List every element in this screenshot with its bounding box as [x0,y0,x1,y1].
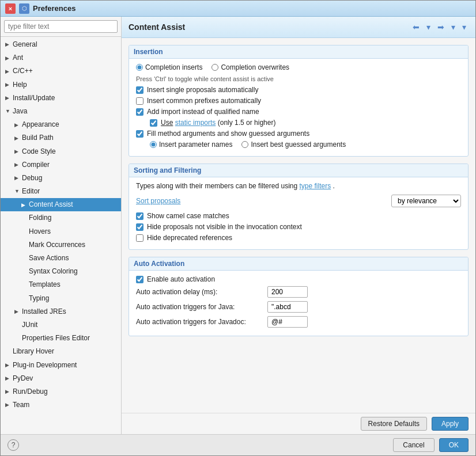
sidebar-item-general[interactable]: ▶ General [1,38,121,51]
add-import-label: Add import instead of qualified name [147,108,259,116]
nav-dropdown-button[interactable]: ▾ [424,21,433,33]
sidebar-item-typing[interactable]: Typing [1,292,121,305]
sidebar-item-install[interactable]: ▶ Install/Update [1,92,121,105]
sidebar-item-content-assist[interactable]: ▶ Content Assist [1,198,121,211]
label-team: Team [13,400,29,411]
insert-best-option[interactable]: Insert best guessed arguments [241,140,346,149]
insert-param-label: Insert parameter names [159,140,232,149]
label-properties-files: Properties Files Editor [22,333,90,344]
insert-common-label: Insert common prefixes automatically [147,97,261,105]
sidebar-item-templates[interactable]: Templates [1,278,121,291]
sidebar-item-hovers[interactable]: Hovers [1,225,121,238]
sidebar-item-buildpath[interactable]: ▶ Build Path [1,131,121,145]
label-folding: Folding [29,212,51,223]
sort-proposals-select[interactable]: by relevance alphabetically [391,195,461,207]
sidebar-item-library-hover[interactable]: Library Hover [1,345,121,358]
sidebar-item-properties-files[interactable]: Properties Files Editor [1,332,121,345]
fill-method-checkbox[interactable] [136,130,143,138]
use-static-label: Use static imports (only 1.5 or higher) [161,119,275,127]
completion-inserts-option[interactable]: Completion inserts [136,63,202,71]
sidebar-item-codestyle[interactable]: ▶ Code Style [1,145,121,158]
sort-proposals-row: Sort proposals by relevance alphabetical… [136,195,461,207]
cancel-button[interactable]: Cancel [393,438,434,452]
type-filters-link[interactable]: type filters [300,182,331,190]
arrow-buildpath: ▶ [14,134,20,142]
sidebar-item-save-actions[interactable]: Save Actions [1,252,121,265]
nav-back-button[interactable]: ⬅ [410,21,422,33]
label-hovers: Hovers [29,226,51,237]
sort-proposals-label[interactable]: Sort proposals [136,197,180,205]
insert-param-option[interactable]: Insert parameter names [150,140,232,149]
completion-inserts-radio[interactable] [136,64,143,71]
sidebar-item-folding[interactable]: Folding [1,211,121,225]
sorting-desc-end: . [333,182,335,190]
panel-header: Content Assist ⬅ ▾ ➡ ▾ ▾ [122,17,475,38]
label-installed-jres: Installed JREs [22,306,66,317]
close-button[interactable]: × [5,3,16,14]
delay-row: Auto activation delay (ms): [136,286,461,298]
sidebar-item-mark-occurrences[interactable]: Mark Occurrences [1,238,121,252]
insert-best-radio[interactable] [241,141,248,148]
completion-hint: Press 'Ctrl' to toggle while content ass… [136,74,461,86]
label-java: Java [13,106,27,117]
label-buildpath: Build Path [22,132,54,143]
preferences-window: × ⬡ Preferences ▶ General ▶ Ant [0,0,476,456]
sorting-body: Types along with their members can be fi… [129,177,468,249]
completion-radio-group: Completion inserts Completion overwrites [136,63,461,71]
completion-overwrites-radio[interactable] [211,64,218,71]
hide-deprecated-label: Hide deprecated references [147,234,232,242]
arrow-team: ▶ [5,401,11,409]
sidebar-item-compiler[interactable]: ▶ Compiler [1,158,121,172]
label-save-actions: Save Actions [29,253,69,264]
nav-menu-button[interactable]: ▾ [460,21,469,33]
apply-button[interactable]: Apply [432,417,469,431]
sidebar-item-junit[interactable]: JUnit [1,318,121,332]
sidebar-item-editor[interactable]: ▼ Editor [1,185,121,198]
label-syntax-coloring: Syntax Coloring [29,266,78,277]
completion-overwrites-option[interactable]: Completion overwrites [211,63,289,71]
sidebar-item-pydev[interactable]: ▶ PyDev [1,372,121,385]
label-run-debug: Run/Debug [13,386,48,397]
sidebar-item-help[interactable]: ▶ Help [1,78,121,92]
show-camel-checkbox[interactable] [136,212,143,220]
triggers-java-input[interactable] [267,301,308,313]
sidebar-item-plugin-dev[interactable]: ▶ Plug-in Development [1,359,121,372]
completion-overwrites-label: Completion overwrites [221,63,289,71]
nav-forward-button[interactable]: ➡ [435,21,447,33]
insert-param-radio[interactable] [150,141,157,148]
param-radio-group: Insert parameter names Insert best guess… [136,140,461,149]
sidebar-item-appearance[interactable]: ▶ Appearance [1,118,121,131]
enable-auto-row: Enable auto activation [136,275,461,283]
sidebar-item-ant[interactable]: ▶ Ant [1,51,121,64]
help-button[interactable]: ? [7,439,19,451]
sidebar-item-team[interactable]: ▶ Team [1,398,121,412]
insert-common-checkbox[interactable] [136,97,143,105]
ok-button[interactable]: OK [439,438,469,452]
hide-deprecated-checkbox[interactable] [136,234,143,242]
hide-proposals-checkbox[interactable] [136,223,143,231]
triggers-javadoc-input[interactable] [267,316,308,328]
sorting-description: Types along with their members can be fi… [136,182,461,190]
insertion-section: Insertion Completion inserts Completion … [129,45,469,157]
label-general: General [13,39,37,50]
use-static-row: Use static imports (only 1.5 or higher) [136,119,461,127]
restore-defaults-button[interactable]: Restore Defaults [361,417,427,431]
sidebar-item-java[interactable]: ▼ Java [1,105,121,118]
sidebar-item-debug[interactable]: ▶ Debug [1,172,121,185]
triggers-javadoc-row: Auto activation triggers for Javadoc: [136,316,461,328]
filter-input[interactable] [4,20,118,33]
label-help: Help [13,79,27,90]
sidebar-item-run-debug[interactable]: ▶ Run/Debug [1,385,121,398]
insert-single-checkbox[interactable] [136,86,143,94]
delay-input[interactable] [267,286,308,298]
add-import-checkbox[interactable] [136,108,143,116]
enable-auto-checkbox[interactable] [136,276,143,283]
nav-forward-dropdown-button[interactable]: ▾ [449,21,458,33]
sidebar-item-cpp[interactable]: ▶ C/C++ [1,64,121,78]
use-static-checkbox[interactable] [150,119,157,127]
sidebar-item-syntax-coloring[interactable]: Syntax Coloring [1,265,121,278]
insertion-title: Insertion [129,45,468,59]
arrow-content-assist: ▶ [21,201,27,209]
sidebar-item-installed-jres[interactable]: ▶ Installed JREs [1,305,121,318]
label-content-assist: Content Assist [29,199,73,210]
